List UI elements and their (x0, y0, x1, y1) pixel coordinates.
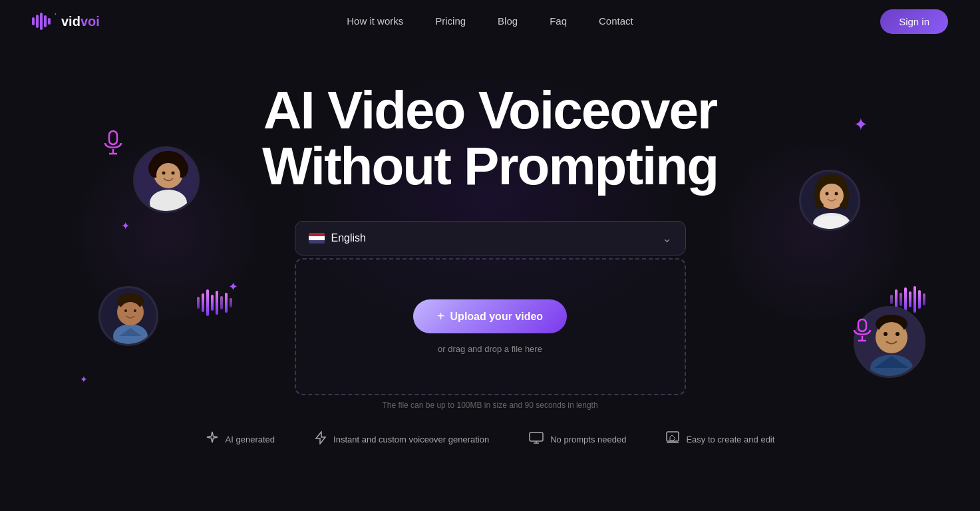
nav-pricing[interactable]: Pricing (435, 15, 466, 27)
upload-button-label: Upload your video (450, 311, 544, 323)
plus-icon: + (437, 309, 445, 324)
feature-easy-label: Easy to create and edit (686, 434, 774, 444)
feature-instant-label: Instant and custom voiceover generation (333, 434, 489, 444)
language-label: English (331, 232, 366, 244)
svg-rect-1 (36, 15, 39, 28)
nav-contact[interactable]: Contact (599, 15, 633, 27)
signin-button[interactable]: Sign in (880, 9, 948, 34)
monitor-icon (529, 432, 544, 447)
feature-ai-generated: AI generated (206, 431, 275, 448)
nav-how-it-works[interactable]: How it works (347, 15, 403, 27)
feature-no-prompts: No prompts needed (529, 432, 626, 447)
star-icon (206, 431, 219, 448)
logo-icon: ✦ (32, 12, 56, 31)
hero-section: AI Video Voiceover Without Prompting Eng… (0, 43, 980, 448)
features-row: AI generated Instant and custom voiceove… (174, 431, 807, 448)
svg-rect-49 (667, 432, 679, 441)
svg-text:✦: ✦ (54, 12, 56, 17)
language-selector[interactable]: English ⌄ (295, 221, 686, 256)
svg-rect-0 (32, 17, 35, 25)
feature-no-prompts-label: No prompts needed (550, 434, 626, 444)
nav-links: How it works Pricing Blog Faq Contact (347, 15, 633, 27)
svg-rect-3 (44, 15, 47, 27)
svg-rect-2 (40, 13, 43, 30)
logo-text: vidvoi (61, 14, 100, 29)
chevron-down-icon: ⌄ (662, 231, 672, 246)
nav-faq[interactable]: Faq (550, 15, 567, 27)
feature-instant: Instant and custom voiceover generation (315, 431, 489, 448)
hero-title: AI Video Voiceover Without Prompting (262, 83, 718, 194)
nav-blog[interactable]: Blog (498, 15, 518, 27)
upload-dropzone[interactable]: + Upload your video or drag and drop a f… (295, 258, 686, 395)
bolt-icon (315, 431, 327, 448)
navigation: ✦ vidvoi How it works Pricing Blog Faq C… (0, 0, 980, 43)
feature-easy-edit: Easy to create and edit (666, 431, 774, 448)
file-limit-text: The file can be up to 100MB in size and … (382, 401, 597, 410)
svg-rect-46 (530, 432, 543, 441)
edit-icon (666, 431, 679, 448)
feature-ai-label: AI generated (226, 434, 275, 444)
upload-button[interactable]: + Upload your video (413, 299, 567, 333)
flag-icon (309, 233, 325, 244)
upload-hint: or drag and drop a file here (438, 344, 542, 354)
logo[interactable]: ✦ vidvoi (32, 12, 100, 31)
svg-rect-4 (48, 18, 51, 25)
